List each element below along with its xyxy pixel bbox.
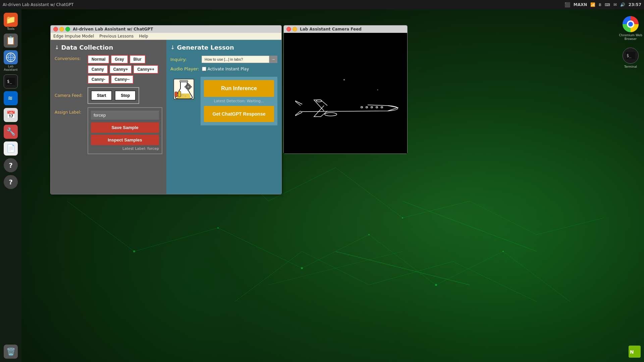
camera-feed-svg: [284, 33, 407, 154]
svg-rect-52: [190, 86, 192, 87]
svg-text:≋: ≋: [8, 95, 13, 102]
notes-icon: 📄: [4, 141, 18, 156]
dock-item-settings[interactable]: 🔧: [4, 125, 18, 139]
btn-normal[interactable]: Normal: [88, 55, 109, 64]
menu-previous-lessons[interactable]: Previous Lessons: [99, 34, 133, 39]
camera-feed-box: Start Stop: [88, 87, 139, 104]
lab-assistant-icon: [4, 50, 18, 64]
camera-minimize-btn[interactable]: [292, 27, 297, 32]
terminal-right-icon: $_: [623, 48, 639, 64]
window-menubar: Edge Impulse Model Previous Lessons Help: [51, 33, 281, 40]
menu-edge-impulse[interactable]: Edge Impulse Model: [53, 34, 94, 39]
clock: 23:57: [629, 2, 641, 7]
inspect-samples-button[interactable]: Inspect Samples: [91, 135, 159, 145]
window-title: AI-driven Lab Assistant w/ ChatGPT: [73, 27, 153, 32]
latest-label-text: Latest Label: forcep: [91, 146, 159, 151]
svg-text:$_: $_: [7, 79, 12, 84]
camera-feed-window: Lab Assistant Camera Feed: [283, 25, 408, 154]
help2-icon: ?: [4, 175, 18, 189]
bluetooth-icon: Ƀ: [599, 3, 601, 7]
btn-blur[interactable]: Blur: [129, 55, 146, 64]
stop-button[interactable]: Stop: [115, 90, 136, 101]
generate-lesson-panel: ↓ Generate Lesson Inquiry: → Audio Playe…: [166, 40, 281, 194]
inference-buttons-panel: Run Inference Latest Detection: Waiting.…: [201, 77, 277, 125]
btn-canny-minus[interactable]: Canny-: [88, 75, 109, 84]
svg-line-1: [134, 228, 218, 251]
lesson-arrow: ↓: [170, 44, 175, 51]
svg-line-11: [402, 201, 470, 218]
dock-item-chromium[interactable]: Chromium Web Browser: [619, 16, 642, 41]
dock-item-calendar[interactable]: 📅: [4, 108, 18, 122]
instant-play-checkbox[interactable]: [202, 67, 206, 71]
chromium-label: Chromium Web Browser: [619, 34, 642, 41]
conversions-row: Conversions: Normal Gray Blur Canny Cann…: [55, 55, 162, 84]
get-chatgpt-response-button[interactable]: Get ChatGPT Response: [204, 106, 274, 122]
menu-help[interactable]: Help: [139, 34, 148, 39]
window-controls: [53, 27, 70, 32]
inquiry-label: Inquiry:: [170, 57, 199, 62]
dock-label-tools: Tools: [7, 27, 14, 31]
taskbar-user: MAXN: [574, 2, 587, 7]
btn-canny-plus-plus[interactable]: Canny++: [133, 65, 158, 74]
window-minimize-btn[interactable]: [59, 27, 64, 32]
dock-item-files[interactable]: 📋: [4, 34, 18, 48]
lesson-title: Generate Lesson: [177, 44, 234, 51]
svg-line-0: [67, 201, 134, 251]
inquiry-row: Inquiry: →: [170, 56, 277, 63]
dock-item-vscode[interactable]: ≋: [4, 91, 18, 105]
svg-point-48: [187, 85, 190, 88]
svg-rect-54: [178, 91, 181, 97]
right-dock: Chromium Web Browser $_ Terminal N: [617, 9, 644, 75]
svg-point-25: [435, 284, 437, 286]
start-button[interactable]: Start: [91, 90, 112, 101]
dock-item-lab-assistant[interactable]: LabAssistant: [4, 50, 18, 72]
window-maximize-btn[interactable]: [65, 27, 70, 32]
conversion-buttons-group: Normal Gray Blur Canny Canny+ Canny++ Ca…: [88, 55, 162, 84]
camera-window-controls: [286, 27, 297, 32]
svg-line-12: [470, 201, 537, 235]
audio-player-row: Audio Player: Activate Instant Play: [170, 66, 277, 71]
camera-feed-content: [284, 33, 407, 154]
svg-line-2: [218, 228, 302, 268]
taskbar: AI-driven Lab Assistant w/ ChatGPT ⬛ MAX…: [0, 0, 644, 9]
save-sample-button[interactable]: Save Sample: [91, 122, 159, 133]
run-inference-button[interactable]: Run Inference: [204, 80, 274, 97]
inquiry-input-field[interactable]: [202, 56, 269, 63]
btn-canny-plus[interactable]: Canny+: [109, 65, 132, 74]
svg-line-13: [537, 218, 604, 235]
activate-instant-play-label[interactable]: Activate Instant Play: [202, 67, 249, 71]
dock-item-notes[interactable]: 📄: [4, 141, 18, 156]
left-dock: 📁 Tools 📋 LabAssistant $_ ≋ 📅 �: [0, 9, 21, 362]
btn-canny-minus-minus[interactable]: Canny--: [111, 75, 134, 84]
label-input-field[interactable]: [91, 111, 159, 120]
audio-player-label: Audio Player:: [170, 66, 199, 71]
inquiry-input-wrap: →: [202, 56, 277, 63]
data-collection-arrow: ↓: [55, 44, 59, 51]
svg-line-17: [453, 261, 537, 302]
dock-item-help2[interactable]: ?: [4, 175, 18, 189]
camera-close-btn[interactable]: [286, 27, 291, 32]
assign-label-text: Assign Label:: [55, 107, 85, 115]
mail-icon: ✉: [613, 2, 617, 7]
window-close-btn[interactable]: [53, 27, 58, 32]
svg-point-57: [377, 89, 378, 90]
svg-point-23: [301, 267, 303, 269]
btn-gray[interactable]: Gray: [111, 55, 128, 64]
svg-rect-55: [284, 33, 407, 154]
dock-item-help1[interactable]: ?: [4, 158, 18, 172]
dock-item-terminal-right[interactable]: $_ Terminal: [623, 48, 639, 69]
svg-rect-51: [184, 86, 186, 87]
flask-icon: [172, 78, 196, 102]
svg-rect-50: [187, 89, 189, 91]
dock-item-tools[interactable]: 📁 Tools: [4, 13, 18, 31]
svg-point-22: [217, 227, 219, 229]
vscode-icon: ≋: [4, 91, 18, 105]
svg-point-24: [368, 234, 370, 235]
dock-item-trash[interactable]: 🗑️: [4, 345, 18, 359]
dock-item-terminal[interactable]: $_: [4, 74, 18, 88]
inquiry-submit-btn[interactable]: →: [269, 56, 277, 63]
help1-icon: ?: [4, 158, 18, 172]
svg-line-19: [402, 201, 537, 251]
svg-point-26: [502, 251, 504, 252]
btn-canny[interactable]: Canny: [88, 65, 108, 74]
